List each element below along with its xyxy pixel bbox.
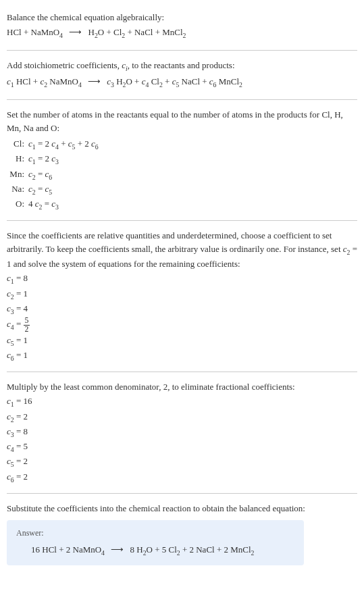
answer-box: Answer: 16 HCl + 2 NaMnO4 ⟶ 8 H2O + 5 Cl…	[7, 520, 304, 565]
section-add-coefficients: Add stoichiometric coefficients, ci, to …	[7, 53, 357, 97]
section-title: Multiply by the least common denominator…	[7, 380, 357, 394]
equation-with-coefficients: c1 HCl + c2 NaMnO4 ⟶ c3 H2O + c4 Cl2 + c…	[7, 75, 357, 90]
balance-equation: c2 = c6	[28, 168, 357, 182]
section-title: Substitute the coefficients into the che…	[7, 502, 357, 515]
divider	[7, 372, 357, 372]
divider	[7, 220, 357, 221]
table-row: O: 4 c2 = c3	[8, 197, 357, 212]
section-balance: Balance the chemical equation algebraica…	[7, 5, 357, 47]
list-item: c2 = 2	[7, 410, 357, 425]
table-row: Na: c2 = c5	[8, 182, 357, 197]
coefficient-list: c1 = 8 c2 = 1 c3 = 4 c4 = 52 c5 = 1 c6 =…	[7, 272, 357, 363]
divider	[7, 50, 357, 51]
balance-equation: c1 = 2 c3	[28, 152, 357, 167]
element-label: Cl:	[8, 137, 28, 152]
list-item: c3 = 4	[7, 302, 357, 317]
section-title: Add stoichiometric coefficients, ci, to …	[7, 59, 357, 74]
section-title: Since the coefficients are relative quan…	[7, 229, 357, 270]
list-item: c6 = 1	[7, 349, 357, 363]
divider	[7, 99, 357, 100]
balance-equation: c1 = 2 c4 + c5 + 2 c6	[28, 137, 357, 152]
balance-equation: 4 c2 = c3	[28, 197, 357, 212]
balance-equation: c2 = c5	[28, 182, 357, 197]
divider	[7, 493, 357, 494]
list-item: c1 = 16	[7, 394, 357, 409]
list-item: c2 = 1	[7, 287, 357, 302]
element-label: H:	[8, 152, 28, 167]
list-item: c4 = 52	[7, 317, 357, 333]
table-row: Mn: c2 = c6	[8, 168, 357, 182]
section-multiply: Multiply by the least common denominator…	[7, 375, 357, 490]
element-label: Mn:	[8, 168, 28, 182]
element-label: Na:	[8, 182, 28, 197]
section-title: Set the number of atoms in the reactants…	[7, 108, 357, 134]
list-item: c4 = 5	[7, 440, 357, 455]
atom-balance-table: Cl: c1 = 2 c4 + c5 + 2 c6 H: c1 = 2 c3 M…	[8, 137, 357, 212]
element-label: O:	[8, 197, 28, 212]
list-item: c5 = 1	[7, 334, 357, 349]
list-item: c5 = 2	[7, 455, 357, 469]
list-item: c3 = 8	[7, 425, 357, 440]
table-row: Cl: c1 = 2 c4 + c5 + 2 c6	[8, 137, 357, 152]
section-substitute: Substitute the coefficients into the che…	[7, 496, 357, 571]
answer-label: Answer:	[16, 527, 294, 539]
section-atom-balance: Set the number of atoms in the reactants…	[7, 103, 357, 217]
list-item: c6 = 2	[7, 470, 357, 485]
coefficient-list: c1 = 16 c2 = 2 c3 = 8 c4 = 5 c5 = 2 c6 =…	[7, 394, 357, 484]
list-item: c1 = 8	[7, 272, 357, 286]
table-row: H: c1 = 2 c3	[8, 152, 357, 167]
balanced-equation: 16 HCl + 2 NaMnO4 ⟶ 8 H2O + 5 Cl2 + 2 Na…	[16, 543, 294, 558]
section-solve: Since the coefficients are relative quan…	[7, 224, 357, 369]
equation-unbalanced: HCl + NaMnO4 ⟶ H2O + Cl2 + NaCl + MnCl2	[7, 26, 357, 41]
section-title: Balance the chemical equation algebraica…	[7, 11, 357, 24]
